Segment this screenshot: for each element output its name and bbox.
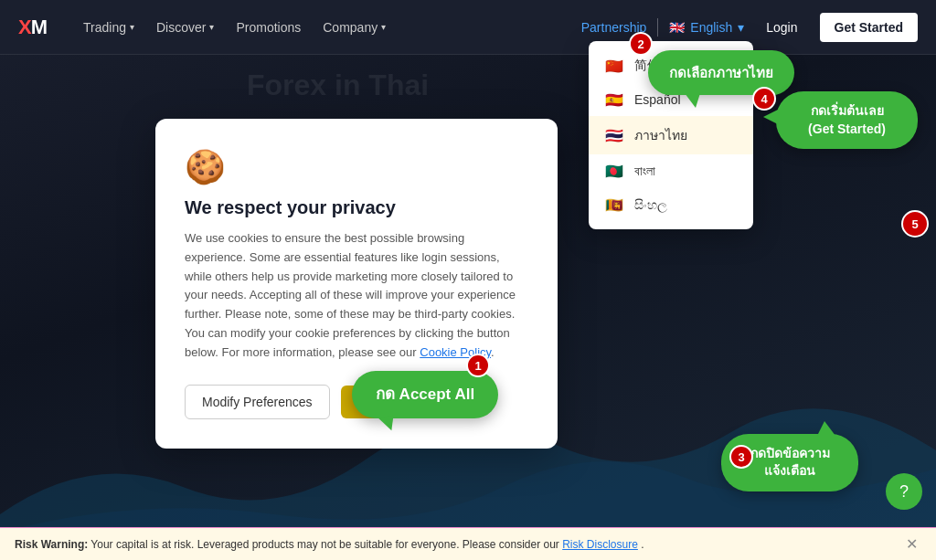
lang-option-sinhala[interactable]: 🇱🇰 සිංහල xyxy=(589,188,753,222)
bubble-3-text: กดปิดข้อความแจ้งเตือน xyxy=(750,446,830,479)
lang-label-bengali: বাংলা xyxy=(634,164,655,179)
risk-text-body: Your capital is at risk. Leveraged produ… xyxy=(90,538,562,551)
annotation-bubble-2: กดเลือกภาษาไทย xyxy=(648,50,794,95)
modal-title: We respect your privacy xyxy=(185,197,528,218)
badge-1: 1 xyxy=(466,354,490,377)
chevron-down-icon: ▾ xyxy=(738,20,744,35)
nav-items: Trading Discover Promotions Company xyxy=(74,15,581,40)
flag-chinese: 🇨🇳 xyxy=(603,58,625,73)
cookie-icon: 🍪 xyxy=(185,148,528,186)
risk-text-end: . xyxy=(641,538,644,551)
risk-disclosure-link[interactable]: Risk Disclosure xyxy=(562,538,638,551)
badge-4: 4 xyxy=(752,87,776,111)
lang-option-thai[interactable]: 🇹🇭 ภาษาไทย xyxy=(589,116,753,154)
flag-icon: 🇬🇧 xyxy=(669,20,685,35)
badge-5: 5 xyxy=(901,210,929,238)
lang-label-sinhala: සිංහල xyxy=(634,197,667,213)
logo-x: X xyxy=(18,16,31,38)
bubble-1-text: กด Accept All xyxy=(376,386,474,403)
flag-sinhala: 🇱🇰 xyxy=(603,198,625,213)
login-button[interactable]: Login xyxy=(755,15,808,40)
lang-option-bengali[interactable]: 🇧🇩 বাংলা xyxy=(589,154,753,188)
annotation-bubble-1: กด Accept All xyxy=(352,371,498,418)
nav-divider xyxy=(657,18,658,37)
risk-warning-text: Risk Warning: Your capital is at risk. L… xyxy=(15,538,644,551)
badge-3: 3 xyxy=(729,445,753,469)
badge-2: 2 xyxy=(629,32,653,56)
lang-label: English xyxy=(690,20,732,35)
flag-thai: 🇹🇭 xyxy=(603,128,625,143)
nav-item-discover[interactable]: Discover xyxy=(147,15,223,40)
bubble-2-text: กดเลือกภาษาไทย xyxy=(669,65,773,80)
nav-item-promotions[interactable]: Promotions xyxy=(227,15,310,40)
flag-bengali: 🇧🇩 xyxy=(603,164,625,179)
nav-item-company[interactable]: Company xyxy=(314,15,395,40)
logo[interactable]: XM xyxy=(18,16,47,39)
get-started-button[interactable]: Get Started xyxy=(820,13,918,42)
risk-warning-bar: Risk Warning: Your capital is at risk. L… xyxy=(0,527,936,560)
modify-preferences-button[interactable]: Modify Preferences xyxy=(185,385,330,419)
lang-label-thai: ภาษาไทย xyxy=(634,125,687,145)
logo-m: M xyxy=(31,16,47,38)
navbar: XM Trading Discover Promotions Company P… xyxy=(0,0,936,55)
flag-spanish: 🇪🇸 xyxy=(603,92,625,107)
modal-body-text: We use cookies to ensure the best possib… xyxy=(185,231,516,359)
lang-selector[interactable]: 🇬🇧 English ▾ xyxy=(669,20,744,35)
annotation-bubble-4: กดเริ่มต้นเลย(Get Started) xyxy=(776,91,918,149)
modal-body: We use cookies to ensure the best possib… xyxy=(185,229,528,363)
risk-close-button[interactable]: ✕ xyxy=(902,535,921,553)
nav-item-trading[interactable]: Trading xyxy=(74,15,144,40)
bubble-4-text: กดเริ่มต้นเลย(Get Started) xyxy=(808,103,886,136)
risk-warning-label: Risk Warning: xyxy=(15,538,88,551)
help-button[interactable]: ? xyxy=(886,473,922,510)
